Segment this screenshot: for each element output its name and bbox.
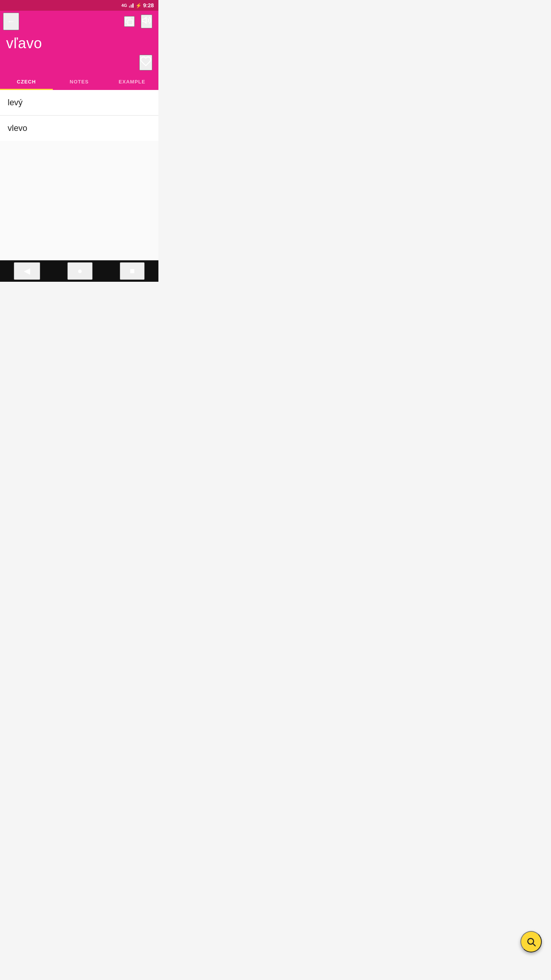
- nav-recents-button[interactable]: ■: [120, 262, 145, 280]
- signal-icon: [129, 3, 134, 8]
- tabs-container: CZECH NOTES EXAMPLE: [0, 74, 158, 90]
- status-icons: 4G ⚡ 9:28: [121, 2, 154, 8]
- tab-czech[interactable]: CZECH: [0, 74, 53, 90]
- heart-icon: [140, 56, 152, 67]
- copy-icon: [125, 17, 134, 26]
- header-top-row: ←: [6, 11, 152, 32]
- svg-marker-4: [142, 17, 146, 23]
- status-bar: 4G ⚡ 9:28: [0, 0, 158, 11]
- content-area: levý vlevo: [0, 90, 158, 260]
- svg-rect-2: [132, 3, 134, 8]
- svg-rect-0: [129, 6, 130, 8]
- copy-button[interactable]: [124, 16, 135, 27]
- nav-back-button[interactable]: ◀: [14, 262, 40, 280]
- network-indicator: 4G: [121, 3, 127, 8]
- tab-notes[interactable]: NOTES: [53, 74, 106, 90]
- svg-rect-3: [128, 20, 133, 25]
- nav-home-button[interactable]: ●: [67, 262, 92, 280]
- translation-text-1: levý: [8, 98, 23, 107]
- word-title: vľavo: [6, 32, 152, 55]
- svg-rect-1: [130, 5, 132, 8]
- translation-item-2: vlevo: [0, 116, 158, 141]
- tab-example[interactable]: EXAMPLE: [106, 74, 158, 90]
- translation-text-2: vlevo: [8, 123, 27, 133]
- header-actions: [124, 15, 152, 28]
- status-time: 9:28: [143, 2, 154, 8]
- back-button[interactable]: ←: [3, 13, 19, 30]
- volume-button[interactable]: [141, 15, 152, 28]
- volume-icon: [142, 15, 152, 25]
- header-bottom-row: [6, 55, 152, 74]
- nav-bar: ◀ ● ■: [0, 260, 158, 282]
- favorite-button[interactable]: [139, 55, 152, 70]
- translation-item-1: levý: [0, 90, 158, 116]
- battery-icon: ⚡: [135, 3, 142, 8]
- app-header: ← vľavo: [0, 11, 158, 74]
